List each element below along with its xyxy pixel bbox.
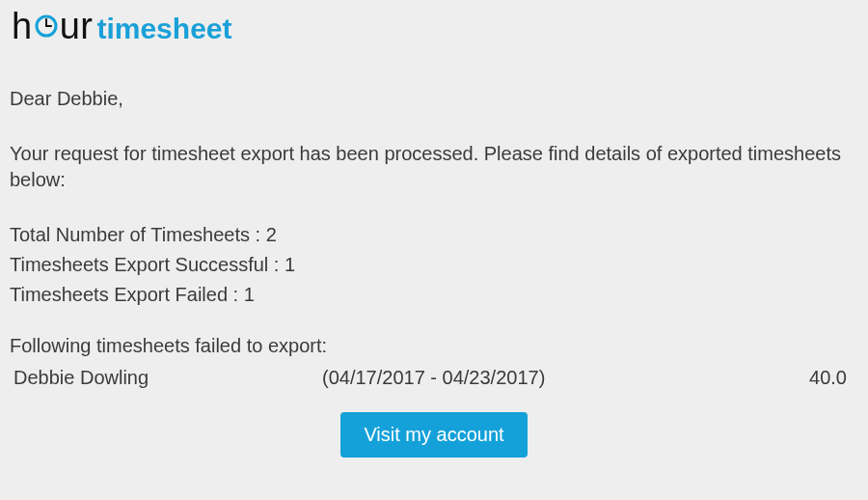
email-body: h ur timesheet Dear Debbie, Your request…: [0, 0, 868, 467]
greeting: Dear Debbie,: [10, 88, 858, 110]
visit-account-button[interactable]: Visit my account: [340, 412, 527, 458]
intro-text: Your request for timesheet export has be…: [10, 141, 858, 193]
failed-row-range: (04/17/2017 - 04/23/2017): [322, 367, 770, 389]
cta-container: Visit my account: [10, 412, 858, 458]
logo-text-h: h: [12, 6, 33, 47]
stat-success: Timesheets Export Successful : 1: [10, 254, 858, 276]
failed-row-name: Debbie Dowling: [14, 367, 322, 389]
failed-row: Debbie Dowling (04/17/2017 - 04/23/2017)…: [10, 367, 858, 389]
logo-text-ur: ur: [60, 6, 94, 47]
export-stats: Total Number of Timesheets : 2 Timesheet…: [10, 224, 858, 306]
failed-heading: Following timesheets failed to export:: [10, 335, 858, 357]
stat-failed: Timesheets Export Failed : 1: [10, 284, 858, 306]
stat-total: Total Number of Timesheets : 2: [10, 224, 858, 246]
clock-icon: [34, 14, 59, 43]
logo-text-timesheet: timesheet: [96, 13, 231, 45]
failed-row-hours: 40.0: [770, 367, 847, 389]
logo: h ur timesheet: [10, 6, 858, 47]
